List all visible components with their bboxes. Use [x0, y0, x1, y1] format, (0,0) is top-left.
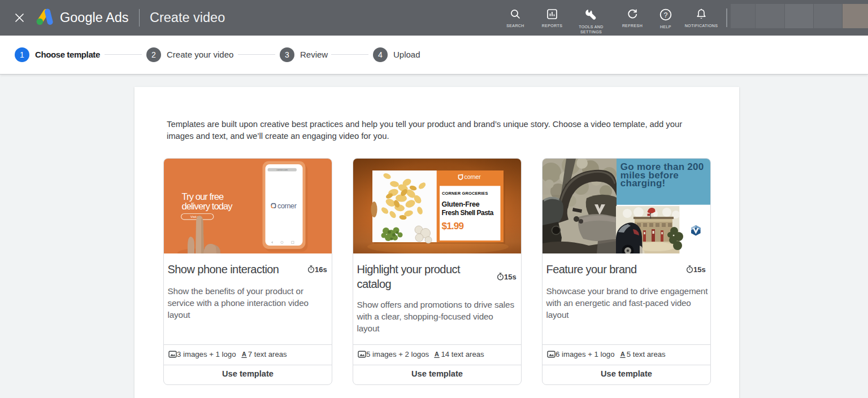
svg-text:A: A	[435, 351, 440, 357]
svg-text:A: A	[242, 351, 246, 357]
svg-text:charging!: charging!	[620, 178, 666, 189]
svg-text:Try our free: Try our free	[182, 191, 224, 202]
svg-text:corner: corner	[465, 173, 481, 180]
svg-text:A: A	[620, 351, 625, 357]
svg-text:$1.99: $1.99	[442, 221, 464, 231]
svg-text:CORNER GROCERIES: CORNER GROCERIES	[442, 191, 488, 196]
svg-text:corner: corner	[277, 202, 297, 210]
svg-text:?: ?	[664, 11, 668, 19]
svg-text:delivery today: delivery today	[182, 201, 233, 211]
svg-text:Fresh Shell Pasta: Fresh Shell Pasta	[442, 209, 494, 217]
svg-text:Gluten-Free: Gluten-Free	[442, 200, 480, 208]
svg-text:corner.com: corner.com	[276, 168, 288, 171]
